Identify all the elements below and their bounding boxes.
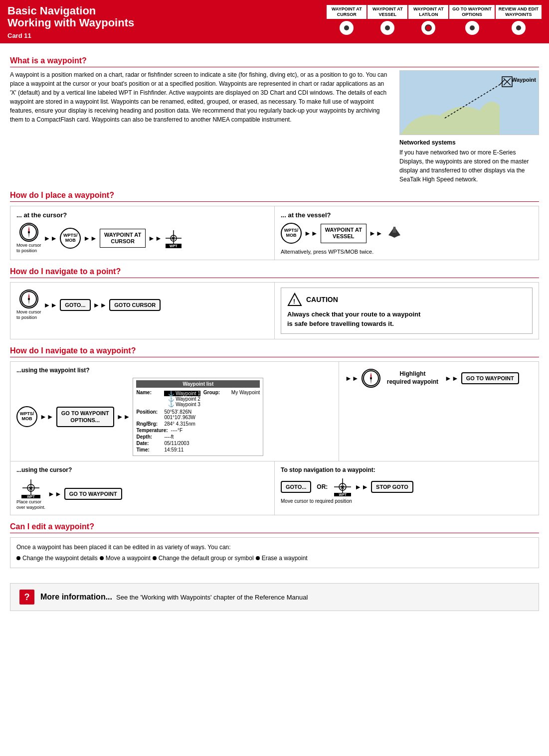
go-to-waypoint-cursor-btn[interactable]: GO TO WAYPOINT xyxy=(64,488,122,500)
stop-cursor-note: Move cursor to required position xyxy=(281,498,533,504)
arrow-3: ►► xyxy=(148,234,162,242)
wl-rng-value: 284° 4.315nm xyxy=(164,421,260,427)
wpts-mob-btn-1[interactable]: WPTS/ MOB xyxy=(60,228,81,249)
arrow-list-1: ►► xyxy=(40,413,54,421)
section-edit-waypoint: Can I edit a waypoint? xyxy=(10,522,539,533)
wl-item-2[interactable]: ⚓ Waypoint 2 xyxy=(164,396,200,402)
cursor-note-2: Move cursorto position xyxy=(16,309,41,320)
arrow-2: ►► xyxy=(83,234,97,242)
edit-bullets: Change the waypoint details Move a waypo… xyxy=(16,554,533,563)
bullet-2: Move a waypoint xyxy=(100,554,151,563)
bullet-text-4: Erase a waypoint xyxy=(262,554,308,563)
waypoint-at-cursor-btn[interactable]: WAYPOINT ATCURSOR xyxy=(100,229,146,248)
cursor-crosshair-icon: ✕ WPT xyxy=(333,477,352,496)
cursor-wpt-icon: ✕ WPT xyxy=(20,477,41,498)
edit-section: Once a waypoint has been placed it can b… xyxy=(10,537,539,568)
wl-date-value: 05/11/2003 xyxy=(164,441,260,446)
wl-temp-row: Temperature: ----°F xyxy=(136,428,260,433)
header: Basic Navigation Working with Waypoints … xyxy=(0,0,549,43)
tab-waypoint-latlon-label: WAYPOINT ATLAT/LON xyxy=(408,5,448,19)
place-cursor-flow: Move cursorto position ►► WPTS/ MOB ►► W… xyxy=(16,223,268,254)
wpt-tag-stop: WPT xyxy=(334,493,351,496)
tab-waypoint-latlon-icon xyxy=(421,21,435,35)
navigate-using-list: ...using the waypoint list? WPTS/ MOB ►►… xyxy=(10,362,539,461)
arrow-list-4: ►► xyxy=(445,374,459,382)
tab-waypoint-latlon[interactable]: WAYPOINT ATLAT/LON xyxy=(408,5,448,35)
stop-nav-flow: GOTO... OR: ✕ WPT ►► STOP GOTO xyxy=(281,477,533,496)
bullet-dot-3 xyxy=(153,556,157,560)
tab-waypoint-cursor[interactable]: WAYPOINT ATCURSOR xyxy=(327,5,366,35)
more-info-body: See the 'Working with Waypoints' chapter… xyxy=(116,594,308,601)
section-place-waypoint: How do I place a waypoint? xyxy=(10,191,539,202)
bullet-text-3: Change the default group or symbol xyxy=(159,554,254,563)
tab-review-edit[interactable]: REVIEW AND EDITWAYPOINTS xyxy=(496,5,542,35)
more-info-title: More information... xyxy=(40,593,112,602)
wpts-mob-btn-2[interactable]: WPTS/ MOB xyxy=(281,223,302,244)
wl-header: Waypoint list xyxy=(136,380,260,388)
waypoint-map-label: Waypoint xyxy=(512,77,536,83)
section-navigate-point: How do I navigate to a point? xyxy=(10,267,539,278)
bullet-dot-4 xyxy=(256,556,260,560)
goto-btn[interactable]: GOTO... xyxy=(60,299,90,311)
tab-review-edit-label: REVIEW AND EDITWAYPOINTS xyxy=(496,5,542,19)
cursor-wpt-icon-block: ✕ WPT Place cursorover waypoint. xyxy=(16,477,45,510)
bullet-dot-2 xyxy=(100,556,104,560)
arrow-vessel-2: ►► xyxy=(369,229,383,237)
section-what-is-waypoint: What is a waypoint? xyxy=(10,56,539,67)
svg-point-9 xyxy=(28,231,30,233)
go-to-waypoint-final-btn[interactable]: GO TO WAYPOINT xyxy=(461,372,519,384)
wl-time-row: Time: 14:59:11 xyxy=(136,447,260,453)
wl-item-3[interactable]: ⚓ Waypoint 3 xyxy=(164,402,200,407)
bullet-4: Erase a waypoint xyxy=(256,554,308,563)
arrow-cursor-1: ►► xyxy=(48,490,62,498)
networked-text: If you have networked two or more E-Seri… xyxy=(399,148,539,184)
wl-time-value: 14:59:11 xyxy=(164,447,260,453)
tab-waypoint-vessel-icon xyxy=(380,21,394,35)
cursor-note-1: Move cursorto position xyxy=(16,243,41,254)
edit-body: Once a waypoint has been placed it can b… xyxy=(16,543,533,552)
wl-rng-row: Rng/Brg: 284° 4.315nm xyxy=(136,421,260,427)
svg-text:✕: ✕ xyxy=(28,485,33,491)
bullet-text-1: Change the waypoint details xyxy=(22,554,98,563)
wl-item-1[interactable]: ⚓ Waypoint 1 xyxy=(164,391,200,396)
page-title-line1: Basic Navigation xyxy=(7,5,134,17)
arrow-list-2: ►► xyxy=(117,413,131,421)
waypoint-description: A waypoint is a position marked on a cha… xyxy=(10,70,389,184)
navigate-point-left: Move cursorto position ►► GOTO... ►► GOT… xyxy=(10,283,275,338)
goto-cursor-btn[interactable]: GOTO CURSOR xyxy=(109,299,161,311)
compass-icon-3 xyxy=(362,369,380,388)
tab-goto-waypoint-icon xyxy=(465,21,479,35)
navigate-point-flow: Move cursorto position ►► GOTO... ►► GOT… xyxy=(16,290,268,320)
main-content: What is a waypoint? A waypoint is a posi… xyxy=(0,43,549,617)
wl-temp-value: ----°F xyxy=(171,428,260,433)
bullet-dot-1 xyxy=(16,556,20,560)
navigate-cursor-right: To stop navigation to a waypoint: GOTO..… xyxy=(275,461,539,515)
vessel-note: Alternatively, press WPTS/MOB twice. xyxy=(281,249,533,255)
stop-goto-btn[interactable]: STOP GOTO xyxy=(371,481,413,493)
tab-waypoint-vessel[interactable]: WAYPOINT ATVESSEL xyxy=(367,5,407,35)
navigate-point-right: ! CAUTION Always check that your route t… xyxy=(275,283,539,338)
tab-bar: WAYPOINT ATCURSOR WAYPOINT ATVESSEL WAYP… xyxy=(134,5,542,35)
goto-stop-btn[interactable]: GOTO... xyxy=(281,481,311,493)
wl-depth-row: Depth: ----ft xyxy=(136,434,260,440)
navigate-waypoint-container: ...using the waypoint list? WPTS/ MOB ►►… xyxy=(10,361,539,516)
svg-point-17 xyxy=(28,298,30,300)
tab-goto-waypoint[interactable]: GO TO WAYPOINTOPTIONS xyxy=(449,5,495,35)
wl-pos-row: Position: 50°53'.826N001°10'.963W xyxy=(136,409,260,420)
wl-pos-value: 50°53'.826N001°10'.963W xyxy=(164,409,260,420)
waypoint-intro: A waypoint is a position marked on a cha… xyxy=(10,70,539,184)
navigate-list-right-flow: ►► Highlightrequired waypoint ►► GO TO xyxy=(345,369,533,388)
waypoint-at-vessel-btn[interactable]: WAYPOINT ATVESSEL xyxy=(321,224,366,243)
goto-waypoint-options-btn[interactable]: GO TO WAYPOINTOPTIONS... xyxy=(56,407,114,427)
stop-or-label: OR: xyxy=(317,483,328,490)
wpts-mob-btn-3[interactable]: WPTS/ MOB xyxy=(16,406,37,427)
tab-waypoint-cursor-icon xyxy=(340,21,354,35)
caution-triangle-icon: ! xyxy=(287,293,302,306)
navigate-cursor-flow: ✕ WPT Place cursorover waypoint. ►► GO T… xyxy=(16,477,268,510)
bullet-1: Change the waypoint details xyxy=(16,554,98,563)
arrow-np-2: ►► xyxy=(93,301,107,309)
wl-date-row: Date: 05/11/2003 xyxy=(136,441,260,446)
more-info-bar: ? More information... See the 'Working w… xyxy=(10,583,539,611)
navigate-list-flow: WPTS/ MOB ►► GO TO WAYPOINTOPTIONS... ►►… xyxy=(16,378,333,456)
highlight-label: Highlightrequired waypoint xyxy=(387,370,438,386)
